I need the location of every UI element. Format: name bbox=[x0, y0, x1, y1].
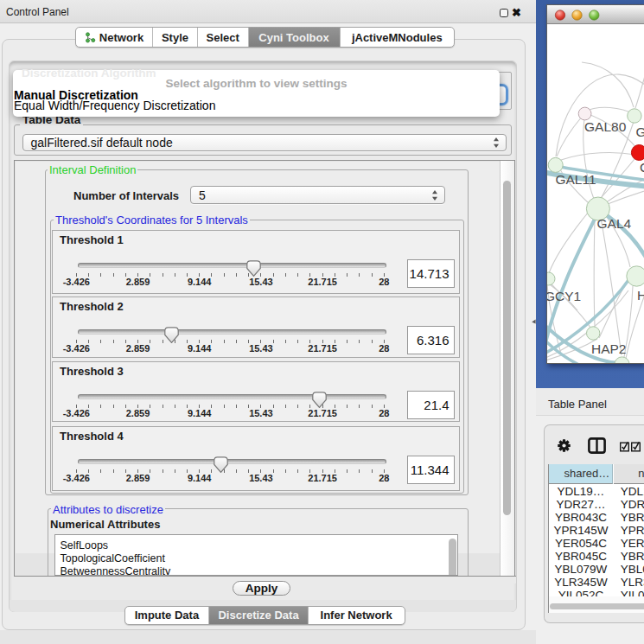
svg-text:CYC: CYC bbox=[640, 159, 644, 174]
svg-text:GAL4: GAL4 bbox=[596, 215, 631, 230]
svg-text:HAP2: HAP2 bbox=[591, 341, 627, 355]
svg-text:GAL7: GAL7 bbox=[635, 124, 644, 138]
svg-text:HIS: HIS bbox=[637, 287, 644, 302]
svg-text:GAL11: GAL11 bbox=[555, 172, 596, 187]
svg-text:GAL80: GAL80 bbox=[584, 118, 627, 133]
svg-text:GCY1: GCY1 bbox=[547, 288, 581, 303]
